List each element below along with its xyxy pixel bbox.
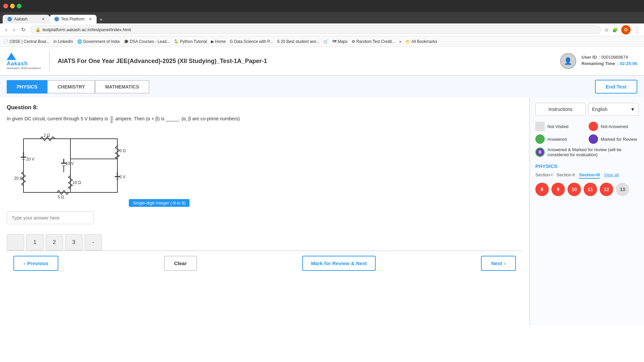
profile-icon[interactable]: O — [621, 25, 631, 35]
tab-mathematics[interactable]: MATHEMATICS — [95, 80, 149, 94]
bookmark-student[interactable]: S 20 Best student wor... — [277, 39, 320, 44]
bookmark-linkedin[interactable]: in LinkedIn — [54, 39, 73, 44]
bookmark-dsa[interactable]: 🎓 DSA Courses - Lead... — [124, 39, 170, 44]
logo-text: Aakash — [7, 61, 41, 67]
question-grid: 8 9 10 11 12 13 — [535, 183, 639, 196]
url-text: testplatform.aakash.ac.in/testpanel/inde… — [43, 27, 131, 32]
bottom-nav: ‹ Previous Clear Mark for Review & Next … — [7, 250, 523, 276]
previous-label: Previous — [27, 260, 48, 266]
question-text-prefix: In given DC circuit, current through 5 V… — [7, 116, 108, 121]
logo-divider — [49, 51, 50, 71]
sidebar-section-title: PHYSICS — [535, 163, 639, 169]
language-label: English — [592, 107, 607, 112]
question-btn-8[interactable]: 8 — [535, 183, 549, 196]
browser-titlebar — [0, 0, 644, 12]
new-tab-button[interactable]: + — [97, 16, 106, 23]
tab-favicon-testplatform — [54, 17, 59, 21]
numpad-key-minus[interactable]: - — [85, 234, 102, 250]
question-scroll[interactable]: Question 8: In given DC circuit, current… — [7, 104, 523, 250]
numpad-key-1[interactable]: 1 — [26, 234, 44, 250]
question-btn-13[interactable]: 13 — [616, 183, 629, 196]
address-bar: ‹ › ↻ 🔒 testplatform.aakash.ac.in/testpa… — [0, 23, 644, 36]
fraction-display: α β — [110, 115, 113, 123]
bookmark-python[interactable]: 🐍 Python Tutorial — [174, 39, 207, 44]
marked-review-icon — [589, 134, 598, 144]
reload-button[interactable]: ↻ — [20, 26, 27, 34]
question-btn-12[interactable]: 12 — [600, 183, 613, 196]
tab-close-testplatform[interactable]: ✕ — [89, 17, 92, 21]
bookmark-random[interactable]: ⚙ Random Test Credit... — [352, 39, 395, 44]
question-btn-9[interactable]: 9 — [551, 183, 565, 196]
minimize-window-btn[interactable] — [10, 4, 15, 8]
bookmark-ds[interactable]: G Data Science with P... — [230, 39, 273, 44]
close-window-btn[interactable] — [3, 4, 8, 8]
svg-text:20 V: 20 V — [26, 157, 35, 162]
svg-text:5 Ω: 5 Ω — [58, 195, 64, 199]
question-tag: Single-digit Integer (-9 to 9) — [129, 199, 190, 207]
bookmark-home[interactable]: ▶ Home — [211, 39, 226, 44]
tab-bar: Aakash ✕ Test Platform ✕ + — [0, 12, 644, 23]
user-info: User ID : 00010869674 Remaining Time : 0… — [582, 55, 637, 67]
tab-chemistry[interactable]: CHEMISTRY — [47, 80, 95, 94]
bookmarks-bar: 📄 CBSE | Central Boar... in LinkedIn 🌐 G… — [0, 36, 644, 47]
user-id-label: User ID — [582, 55, 597, 60]
extensions-icon[interactable]: 🧩 — [612, 27, 618, 33]
menu-icon[interactable]: ⋮ — [634, 26, 640, 34]
answered-marked-icon: B — [535, 147, 545, 157]
section-tab-view-all[interactable]: View all — [604, 172, 619, 179]
previous-button[interactable]: ‹ Previous — [13, 256, 58, 271]
subject-bar: PHYSICS CHEMISTRY MATHEMATICS End Test — [0, 76, 644, 98]
tab-label-testplatform: Test Platform — [61, 17, 85, 21]
logo-box: Aakash Medical|IIT-JEE|Foundations — [7, 53, 41, 70]
svg-text:3 Ω: 3 Ω — [119, 148, 126, 153]
exam-title: AIATS For One Year JEE(Advanced)-2025 (X… — [58, 58, 267, 65]
bookmarks-more[interactable]: » — [399, 39, 401, 44]
tab-testplatform[interactable]: Test Platform ✕ — [50, 15, 97, 23]
question-number: Question 8: — [7, 104, 523, 111]
url-input[interactable]: 🔒 testplatform.aakash.ac.in/testpanel/in… — [30, 25, 601, 34]
mark-review-button[interactable]: Mark for Review & Next — [302, 256, 376, 271]
tab-aakash[interactable]: Aakash ✕ — [3, 15, 50, 23]
numpad-key-3[interactable]: 3 — [65, 234, 83, 250]
chevron-right-icon: › — [504, 260, 506, 266]
numpad-key-2[interactable]: 2 — [46, 234, 63, 250]
section-tab-3[interactable]: Section-III — [579, 172, 600, 179]
legend: Not Visited Not Answered Answered Marked… — [535, 122, 639, 157]
svg-text:10 V: 10 V — [65, 161, 74, 166]
question-btn-11[interactable]: 11 — [584, 183, 597, 196]
maximize-window-btn[interactable] — [17, 4, 21, 8]
end-test-button[interactable]: End Test — [595, 80, 637, 94]
all-bookmarks[interactable]: 📁 All Bookmarks — [406, 39, 437, 44]
svg-text:10 Ω: 10 Ω — [72, 180, 81, 185]
numpad-key-empty-1[interactable] — [7, 234, 24, 250]
bookmark-icon[interactable]: ☆ — [604, 27, 609, 33]
bookmark-amazon[interactable]: 🛒 — [323, 39, 328, 44]
fraction-denominator: β — [110, 119, 113, 123]
bookmark-gov[interactable]: 🌐 Government of India — [77, 39, 120, 44]
question-text-suffix: ampere. Then (α + β) is _____. (α, β are… — [115, 116, 240, 121]
bookmark-maps[interactable]: 🗺 Maps — [332, 39, 347, 44]
legend-not-answered-label: Not Answered — [601, 124, 628, 129]
main-layout: Question 8: In given DC circuit, current… — [0, 98, 644, 325]
legend-marked-review-label: Marked for Review — [601, 137, 637, 142]
next-button[interactable]: Next › — [481, 256, 516, 271]
instructions-button[interactable]: Instructions — [535, 103, 586, 116]
numpad: 1 2 3 - — [7, 234, 127, 250]
chevron-down-icon: ▼ — [630, 107, 635, 112]
tab-close-aakash[interactable]: ✕ — [42, 17, 45, 21]
back-button[interactable]: ‹ — [4, 26, 8, 34]
legend-answered-marked-label: Answered & Marked for review (will be co… — [547, 147, 639, 157]
section-tab-2[interactable]: Section-II — [556, 172, 575, 179]
url-icon: 🔒 — [35, 27, 41, 32]
answer-input[interactable] — [7, 212, 94, 224]
logo-subtext: Medical|IIT-JEE|Foundations — [7, 67, 41, 70]
legend-not-visited: Not Visited — [535, 122, 585, 131]
question-btn-10[interactable]: 10 — [568, 183, 581, 196]
svg-text:2 Ω: 2 Ω — [44, 133, 50, 138]
clear-button[interactable]: Clear — [164, 256, 197, 271]
language-select[interactable]: English ▼ — [588, 103, 639, 116]
forward-button[interactable]: › — [12, 26, 16, 34]
bookmark-cbse[interactable]: 📄 CBSE | Central Boar... — [3, 39, 50, 44]
section-tab-1[interactable]: Section-I — [535, 172, 552, 179]
tab-physics[interactable]: PHYSICS — [7, 80, 47, 94]
